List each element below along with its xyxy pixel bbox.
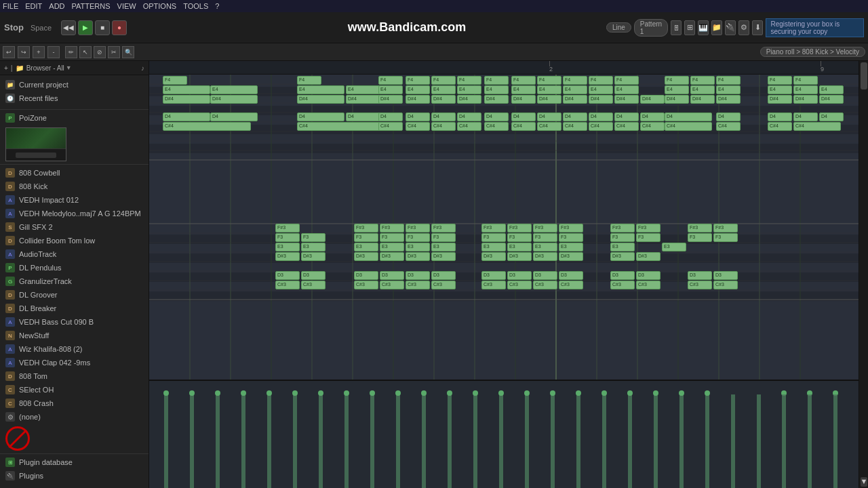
- note-d4-10[interactable]: D4: [563, 113, 587, 121]
- menu-help[interactable]: ?: [215, 2, 219, 10]
- note-d3a-10[interactable]: D3: [559, 271, 583, 280]
- note-d3-4[interactable]: D#3: [380, 252, 404, 261]
- note-e4-18[interactable]: E4: [793, 85, 818, 94]
- note-e4-5[interactable]: E4: [431, 85, 456, 94]
- select-tool[interactable]: ↖: [79, 46, 92, 58]
- sidebar-item-audio-track[interactable]: A AudioTrack: [0, 247, 149, 261]
- note-e3-5[interactable]: F3: [406, 233, 430, 242]
- sidebar-item-vedh-clap[interactable]: A VEDH Clap 042 -9ms: [0, 356, 149, 369]
- note-ds4-17[interactable]: D#4: [768, 95, 792, 104]
- note-f3-14[interactable]: F#3: [713, 224, 738, 232]
- note-f3-12[interactable]: F#3: [636, 224, 660, 232]
- note-f4-10[interactable]: F4: [563, 76, 587, 85]
- note-d3-3[interactable]: D#3: [354, 252, 378, 261]
- note-f4-18[interactable]: F4: [793, 76, 818, 85]
- sidebar-item-808-crash[interactable]: C 808 Crash: [0, 396, 149, 410]
- note-cs3-14[interactable]: C#3: [713, 281, 738, 289]
- note-d3a-7[interactable]: D3: [481, 271, 506, 280]
- note-e4-11[interactable]: E4: [589, 85, 613, 94]
- note-e3-1[interactable]: F3: [275, 233, 300, 242]
- note-f3-10[interactable]: F#3: [559, 224, 583, 232]
- note-ds4-5[interactable]: D#4: [431, 95, 456, 104]
- note-cs3-1[interactable]: C#3: [275, 281, 300, 289]
- note-f4-1[interactable]: F4: [163, 76, 187, 85]
- note-ds3-6[interactable]: E3: [431, 243, 456, 251]
- add-icon[interactable]: +: [4, 64, 8, 72]
- note-cs3-10[interactable]: C#3: [559, 281, 583, 289]
- note-f3-1[interactable]: F#3: [275, 224, 300, 232]
- note-d3a-8[interactable]: D3: [507, 271, 532, 280]
- note-e3-6[interactable]: F3: [431, 233, 456, 242]
- note-f3-11[interactable]: F#3: [610, 224, 635, 232]
- note-ds3-9[interactable]: E3: [533, 243, 557, 251]
- stop-button[interactable]: ■: [95, 20, 110, 35]
- note-ds4-16[interactable]: D#4: [716, 95, 741, 104]
- note-ds4-13[interactable]: D#4: [640, 95, 665, 104]
- note-f4-17[interactable]: F4: [768, 76, 792, 85]
- piano-roll-icon[interactable]: 🎹: [698, 20, 709, 35]
- note-d4-18[interactable]: D4: [793, 113, 818, 121]
- note-d4-6[interactable]: D4: [457, 113, 481, 121]
- sidebar-item-plugin-database[interactable]: ⊞ Plugin database: [0, 455, 149, 469]
- note-cs4-16[interactable]: C#4: [716, 122, 741, 131]
- settings-icon[interactable]: ⚙: [738, 20, 749, 35]
- note-cs3-11[interactable]: C#3: [610, 281, 635, 289]
- note-e3-8[interactable]: F3: [507, 233, 532, 242]
- note-d3a-2[interactable]: D3: [301, 271, 326, 280]
- note-e4-17[interactable]: E4: [768, 85, 792, 94]
- note-ds4-6[interactable]: D#4: [457, 95, 481, 104]
- sidebar-item-select-oh[interactable]: C SElect OH: [0, 383, 149, 396]
- note-d3-12[interactable]: D#3: [636, 252, 660, 261]
- note-cs4-5[interactable]: C#4: [431, 122, 456, 131]
- zoom-in-icon[interactable]: +: [33, 46, 45, 58]
- note-d4-8[interactable]: D4: [511, 113, 536, 121]
- browser-label[interactable]: Browser - All: [26, 64, 64, 72]
- note-ds4-18[interactable]: D#4: [793, 95, 818, 104]
- note-f4-6[interactable]: F4: [457, 76, 481, 85]
- note-cs4-3a[interactable]: C#4: [378, 122, 403, 131]
- note-e3-2[interactable]: E3: [301, 243, 326, 251]
- note-d4-11[interactable]: D4: [589, 113, 613, 121]
- note-f3-3[interactable]: F#3: [354, 224, 378, 232]
- menu-patterns[interactable]: PATTERNS: [72, 2, 111, 10]
- note-f3-8[interactable]: F#3: [507, 224, 532, 232]
- note-d3a-13[interactable]: D3: [688, 271, 712, 280]
- note-ds4-11[interactable]: D#4: [589, 95, 613, 104]
- note-cs4-3[interactable]: C#4: [297, 122, 385, 131]
- sidebar-item-poizone[interactable]: P PoiZone: [0, 111, 149, 125]
- note-cs4-18[interactable]: C#4: [793, 122, 841, 131]
- note-d3a-9[interactable]: D3: [533, 271, 557, 280]
- note-d3a-1[interactable]: D3: [275, 271, 300, 280]
- note-ds4-12[interactable]: D#4: [614, 95, 639, 104]
- note-d4-3a[interactable]: D4: [378, 113, 403, 121]
- note-d4-7[interactable]: D4: [484, 113, 509, 121]
- sidebar-item-none[interactable]: ⚙ (none): [0, 410, 149, 424]
- note-f4-3a[interactable]: F4: [378, 76, 403, 85]
- note-e4-16[interactable]: E4: [716, 85, 741, 94]
- note-e4-8[interactable]: E4: [511, 85, 536, 94]
- sidebar-item-vedh-impact[interactable]: A VEDH Impact 012: [0, 193, 149, 207]
- note-e4-9[interactable]: E4: [537, 85, 561, 94]
- note-d4-17[interactable]: D4: [768, 113, 792, 121]
- menu-view[interactable]: VIEW: [117, 2, 136, 10]
- sidebar-item-gill-sfx[interactable]: S Gill SFX 2: [0, 220, 149, 234]
- note-d4-2[interactable]: D4: [210, 113, 258, 121]
- cut-tool[interactable]: ✂: [108, 46, 120, 58]
- sidebar-item-dl-pendulus[interactable]: P DL Pendulus: [0, 261, 149, 274]
- note-ds4-1[interactable]: D#4: [163, 95, 210, 104]
- note-ds3-13[interactable]: E3: [662, 243, 686, 251]
- note-f3-4[interactable]: F#3: [380, 224, 404, 232]
- sidebar-item-808-tom[interactable]: D 808 Tom: [0, 369, 149, 383]
- scroll-thumb-v[interactable]: [861, 62, 867, 89]
- sidebar-item-recent-files[interactable]: 🕐 Recent files: [0, 92, 149, 105]
- note-ds3-1[interactable]: E3: [275, 243, 300, 251]
- note-d3a-12[interactable]: D3: [636, 271, 660, 280]
- note-ds3-3[interactable]: E3: [354, 243, 378, 251]
- note-ds4-4a[interactable]: D#4: [406, 95, 430, 104]
- note-e4-15[interactable]: E4: [690, 85, 715, 94]
- note-e4-7[interactable]: E4: [484, 85, 509, 94]
- sound-icon[interactable]: ♪: [141, 64, 144, 72]
- note-ds3-11[interactable]: E3: [610, 243, 635, 251]
- note-f3-2[interactable]: F3: [301, 233, 326, 242]
- note-f4-5[interactable]: F4: [431, 76, 456, 85]
